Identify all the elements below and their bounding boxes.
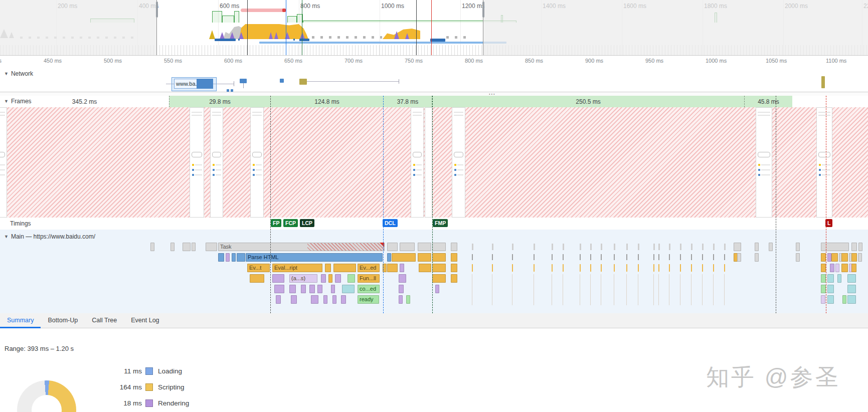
flame-bar[interactable] <box>348 274 355 283</box>
flame-bar[interactable] <box>218 253 224 262</box>
flame-bar[interactable] <box>250 274 264 283</box>
flame-bar[interactable] <box>835 264 839 272</box>
flame-bar[interactable]: Fun...ll <box>358 274 380 283</box>
frame-thumbnail[interactable] <box>250 107 264 218</box>
flame-bar[interactable]: Eval...ript <box>272 264 322 272</box>
flame-bar[interactable] <box>333 264 356 272</box>
flame-bar[interactable] <box>301 285 306 293</box>
network-request-bar[interactable] <box>197 79 213 89</box>
frame-duration[interactable]: 29.8 ms <box>169 96 270 107</box>
flame-bar[interactable] <box>335 274 341 283</box>
flame-bar[interactable] <box>737 253 741 262</box>
flame-bar[interactable] <box>821 253 826 262</box>
flame-bar[interactable] <box>274 285 284 293</box>
flame-bar[interactable] <box>192 243 196 251</box>
flame-bar[interactable] <box>847 285 856 293</box>
flame-bar[interactable] <box>317 285 322 293</box>
flame-bar[interactable] <box>451 243 457 251</box>
flame-bar[interactable] <box>821 295 825 304</box>
flame-bar[interactable] <box>858 253 862 262</box>
network-request[interactable] <box>821 76 825 88</box>
main-section-header[interactable]: ▼Main — https://www.baidu.com/ <box>4 233 95 240</box>
flame-bar[interactable] <box>821 274 826 283</box>
flame-bar[interactable] <box>387 264 398 272</box>
flame-bar[interactable] <box>796 243 800 251</box>
flame-bar[interactable] <box>291 295 297 304</box>
network-request-name[interactable]: www.ba... <box>174 79 197 89</box>
flame-bar[interactable] <box>331 285 335 293</box>
flame-bar[interactable] <box>858 243 862 251</box>
flame-bar[interactable] <box>837 274 841 283</box>
network-request[interactable] <box>280 79 284 83</box>
flame-bar[interactable] <box>328 274 332 283</box>
frame-thumbnail[interactable] <box>425 107 432 218</box>
frame-thumbnail[interactable] <box>411 107 424 218</box>
frame-thumbnail[interactable] <box>756 107 772 218</box>
flame-bar[interactable] <box>841 264 848 272</box>
flame-bar[interactable] <box>289 285 296 293</box>
window-left-grip[interactable] <box>156 2 158 18</box>
frame-thumbnail[interactable] <box>190 107 204 218</box>
flame-bar[interactable] <box>311 295 318 304</box>
flame-bar[interactable] <box>341 295 346 304</box>
flame-bar[interactable]: co...ed <box>358 285 380 293</box>
frame-duration[interactable]: 124.8 ms <box>270 96 383 107</box>
flame-bar[interactable] <box>399 285 404 293</box>
flame-bar[interactable] <box>170 243 175 251</box>
flame-bar[interactable] <box>769 243 773 251</box>
flame-bar[interactable] <box>851 264 856 272</box>
flame-bar[interactable]: Ev...t <box>247 264 270 272</box>
flame-bar[interactable] <box>796 253 800 262</box>
frame-duration[interactable]: 250.5 ms <box>432 96 744 107</box>
flame-bar[interactable] <box>432 243 446 251</box>
flame-bar[interactable] <box>847 274 856 283</box>
flame-bar[interactable] <box>237 253 245 262</box>
flame-bar[interactable] <box>232 253 236 262</box>
flame-bar[interactable] <box>332 295 336 304</box>
flame-bar[interactable] <box>432 253 446 262</box>
flame-bar[interactable] <box>387 253 391 262</box>
frame-thumbnail[interactable] <box>0 107 7 218</box>
flame-bar[interactable] <box>755 253 759 262</box>
tab-bottom-up[interactable]: Bottom-Up <box>41 313 85 328</box>
flame-bar[interactable] <box>387 243 398 251</box>
flame-bar[interactable]: Task <box>218 243 385 251</box>
network-request[interactable] <box>299 79 307 85</box>
flame-bar[interactable] <box>821 285 826 293</box>
network-request[interactable] <box>240 79 247 83</box>
flame-bar[interactable] <box>276 295 281 304</box>
window-right-grip[interactable] <box>482 2 484 18</box>
flame-bar[interactable] <box>435 285 439 293</box>
flame-bar[interactable] <box>821 243 849 251</box>
flame-bar[interactable] <box>309 285 315 293</box>
flame-bar[interactable] <box>399 274 406 283</box>
flame-bar[interactable]: (a...s) <box>289 274 317 283</box>
flame-bar[interactable] <box>734 243 741 251</box>
flame-bar[interactable] <box>755 243 759 251</box>
flame-bar[interactable] <box>418 253 431 262</box>
tab-event-log[interactable]: Event Log <box>124 313 166 328</box>
flame-bar[interactable] <box>432 264 446 272</box>
flame-bar[interactable] <box>183 243 191 251</box>
flame-bar[interactable] <box>827 285 834 293</box>
frame-duration[interactable]: 45.8 ms <box>744 96 792 107</box>
tab-call-tree[interactable]: Call Tree <box>85 313 124 328</box>
flame-bar[interactable] <box>406 295 410 304</box>
flame-bar[interactable] <box>321 274 326 283</box>
flame-bar[interactable] <box>841 253 848 262</box>
timeline-overview[interactable]: 200 ms400 ms600 ms800 ms1000 ms1200 ms14… <box>0 0 868 56</box>
flame-bar[interactable] <box>400 264 404 272</box>
flame-bar[interactable] <box>827 295 834 304</box>
flame-bar[interactable] <box>827 274 834 283</box>
flame-bar[interactable] <box>325 264 331 272</box>
flame-bar[interactable] <box>827 253 831 262</box>
flame-bar[interactable] <box>419 264 431 272</box>
frame-thumbnail[interactable] <box>210 107 223 218</box>
frames-section-header[interactable]: ▼Frames <box>4 98 32 105</box>
flame-bar[interactable] <box>150 243 154 251</box>
flame-bar[interactable] <box>272 274 284 283</box>
flame-bar[interactable]: ready <box>358 295 379 304</box>
flame-bar[interactable] <box>323 295 327 304</box>
flame-bar[interactable] <box>842 295 846 304</box>
flame-bar[interactable] <box>451 274 457 283</box>
